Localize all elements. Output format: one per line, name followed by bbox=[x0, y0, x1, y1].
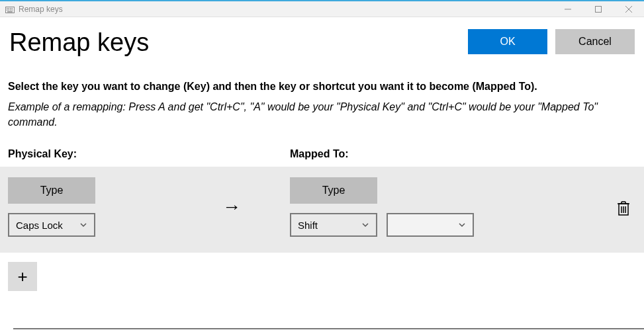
svg-rect-9 bbox=[7, 11, 13, 13]
window-title: Remap keys bbox=[19, 5, 63, 14]
physical-key-value: Caps Lock bbox=[16, 220, 63, 231]
physical-key-select[interactable]: Caps Lock bbox=[8, 213, 95, 237]
keyboard-icon bbox=[5, 6, 15, 13]
svg-rect-4 bbox=[12, 8, 13, 9]
window-maximize-button[interactable] bbox=[583, 1, 614, 17]
chevron-down-icon bbox=[79, 220, 87, 231]
svg-rect-3 bbox=[10, 8, 11, 9]
mapped-key-select-2[interactable] bbox=[387, 213, 474, 237]
instructions-example: Example of a remapping: Press A and get … bbox=[8, 99, 635, 130]
svg-rect-2 bbox=[9, 8, 10, 9]
svg-rect-11 bbox=[596, 6, 602, 12]
arrow-right-icon: → bbox=[173, 196, 290, 218]
close-icon bbox=[625, 5, 633, 13]
ok-button[interactable]: OK bbox=[468, 29, 547, 54]
header: Remap keys OK Cancel bbox=[0, 17, 644, 57]
delete-mapping-button[interactable] bbox=[616, 200, 631, 219]
instructions-main: Select the key you want to change (Key) … bbox=[8, 81, 635, 93]
svg-rect-7 bbox=[10, 9, 11, 11]
mapping-row: Type Caps Lock → Type Shift bbox=[0, 167, 644, 253]
svg-rect-6 bbox=[9, 9, 10, 11]
chevron-down-icon bbox=[458, 220, 466, 231]
instructions: Select the key you want to change (Key) … bbox=[0, 57, 644, 130]
cancel-button[interactable]: Cancel bbox=[555, 29, 635, 54]
mapped-to-header: Mapped To: bbox=[290, 148, 636, 160]
svg-rect-8 bbox=[12, 9, 13, 11]
page-title: Remap keys bbox=[9, 29, 149, 57]
minimize-icon bbox=[564, 5, 572, 13]
mapped-key-select-1[interactable]: Shift bbox=[290, 213, 377, 237]
window-minimize-button[interactable] bbox=[553, 1, 583, 17]
chevron-down-icon bbox=[361, 220, 369, 231]
footer-divider bbox=[13, 328, 644, 329]
trash-icon bbox=[616, 200, 631, 216]
mapped-key-value-1: Shift bbox=[298, 220, 318, 231]
physical-type-button[interactable]: Type bbox=[8, 177, 95, 204]
svg-rect-5 bbox=[7, 9, 8, 11]
column-headers: Physical Key: Mapped To: bbox=[0, 130, 644, 167]
physical-key-header: Physical Key: bbox=[8, 148, 290, 160]
svg-rect-1 bbox=[7, 8, 8, 9]
mapped-type-button[interactable]: Type bbox=[290, 177, 377, 204]
add-mapping-button[interactable]: + bbox=[8, 262, 37, 291]
window-close-button[interactable] bbox=[614, 1, 644, 17]
titlebar: Remap keys bbox=[0, 0, 644, 17]
maximize-icon bbox=[594, 5, 602, 13]
plus-icon: + bbox=[17, 267, 27, 287]
